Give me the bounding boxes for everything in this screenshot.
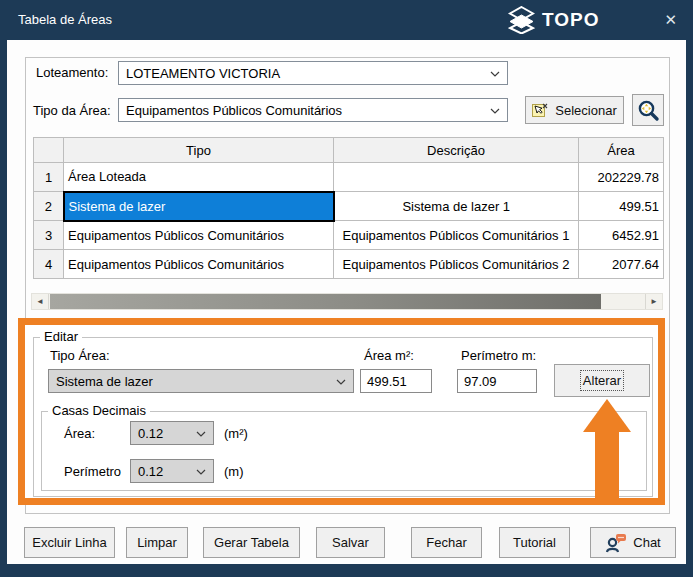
casas-area-value: 0.12: [138, 426, 163, 441]
person-chat-icon: [605, 533, 627, 553]
chevron-down-icon: [490, 71, 500, 77]
tipo-cell-selected[interactable]: Sistema de lazer: [64, 192, 334, 221]
descricao-cell[interactable]: [334, 163, 579, 192]
chevron-down-icon: [196, 469, 206, 475]
chevron-down-icon: [336, 379, 346, 385]
tutorial-button[interactable]: Tutorial: [499, 527, 570, 558]
editar-area-value: 499.51: [367, 374, 407, 389]
fechar-label: Fechar: [426, 535, 466, 550]
table-row[interactable]: 3 Equipamentos Públicos Comunitários Equ…: [34, 221, 664, 250]
col-header-tipo[interactable]: Tipo: [64, 138, 334, 163]
dialog-body: Loteamento: LOTEAMENTO VICTORIA Tipo da …: [7, 40, 686, 564]
salvar-label: Salvar: [332, 535, 369, 550]
tipo-cell[interactable]: Equipamentos Públicos Comunitários: [64, 221, 334, 250]
tipo-area-label: Tipo da Área:: [33, 103, 111, 118]
table-header-row: Tipo Descrição Área: [34, 138, 664, 163]
alterar-button[interactable]: Alterar: [554, 364, 650, 397]
area-cell[interactable]: 499.51: [579, 192, 664, 221]
tipo-area-value: Equipamentos Públicos Comunitários: [126, 103, 342, 118]
selecionar-button[interactable]: Selecionar: [525, 96, 624, 124]
alterar-label: Alterar: [583, 373, 621, 388]
casas-perimetro-unit: (m): [224, 464, 244, 479]
casas-area-label: Área:: [64, 426, 95, 441]
zoom-extents-icon: [637, 99, 660, 122]
descricao-cell[interactable]: Equipamentos Públicos Comunitários 1: [334, 221, 579, 250]
chevron-down-icon: [196, 431, 206, 437]
editar-perimetro-input[interactable]: 97.09: [457, 369, 537, 393]
limpar-label: Limpar: [137, 535, 177, 550]
col-header-descricao[interactable]: Descrição: [334, 138, 579, 163]
descricao-cell[interactable]: Equipamentos Públicos Comunitários 2: [334, 250, 579, 279]
table-row-selected[interactable]: 2 Sistema de lazer Sistema de lazer 1 49…: [34, 192, 664, 221]
fechar-button[interactable]: Fechar: [411, 527, 482, 558]
gerar-tabela-label: Gerar Tabela: [214, 535, 289, 550]
topo-cube-icon: [508, 6, 535, 34]
limpar-button[interactable]: Limpar: [126, 527, 188, 558]
editar-area-label: Área m²:: [364, 348, 414, 363]
chat-button[interactable]: Chat: [590, 527, 676, 558]
row-number-cell[interactable]: 2: [34, 192, 64, 221]
loteamento-value: LOTEAMENTO VICTORIA: [126, 66, 280, 81]
tipo-cell[interactable]: Área Loteada: [64, 163, 334, 192]
casas-perimetro-label: Perímetro: [64, 464, 121, 479]
casas-area-unit: (m²): [224, 426, 248, 441]
select-cursor-icon: [532, 102, 549, 119]
row-number-header: [34, 138, 64, 163]
row-number-cell[interactable]: 1: [34, 163, 64, 192]
table-row[interactable]: 1 Área Loteada 202229.78: [34, 163, 664, 192]
editar-tipo-area-select[interactable]: Sistema de lazer: [48, 369, 354, 393]
close-icon[interactable]: ✕: [664, 0, 677, 40]
tutorial-label: Tutorial: [513, 535, 556, 550]
horizontal-scrollbar[interactable]: ◄ ►: [31, 293, 663, 310]
area-cell[interactable]: 202229.78: [579, 163, 664, 192]
titlebar: Tabela de Áreas TOPO ✕: [0, 0, 693, 40]
topo-logo: TOPO: [508, 0, 600, 40]
tipo-cell[interactable]: Equipamentos Públicos Comunitários: [64, 250, 334, 279]
tipo-area-select[interactable]: Equipamentos Públicos Comunitários: [118, 98, 508, 122]
chevron-down-icon: [490, 108, 500, 114]
gerar-tabela-button[interactable]: Gerar Tabela: [203, 527, 300, 558]
zoom-extents-button[interactable]: [632, 94, 664, 126]
chat-label: Chat: [633, 535, 660, 550]
scroll-right-arrow-icon[interactable]: ►: [645, 294, 662, 309]
areas-table: Tipo Descrição Área 1 Área Loteada 20222…: [33, 137, 664, 279]
editar-group: Editar Tipo Área: Sistema de lazer Área …: [33, 337, 653, 497]
scroll-left-arrow-icon[interactable]: ◄: [32, 294, 49, 309]
col-header-area[interactable]: Área: [579, 138, 664, 163]
loteamento-select[interactable]: LOTEAMENTO VICTORIA: [118, 61, 508, 85]
row-number-cell[interactable]: 4: [34, 250, 64, 279]
row-number-cell[interactable]: 3: [34, 221, 64, 250]
table-row[interactable]: 4 Equipamentos Públicos Comunitários Equ…: [34, 250, 664, 279]
salvar-button[interactable]: Salvar: [316, 527, 385, 558]
descricao-cell[interactable]: Sistema de lazer 1: [334, 192, 579, 221]
casas-decimais-group: Casas Decimais Área: 0.12 (m²) Perímetro…: [41, 411, 647, 491]
area-cell[interactable]: 6452.91: [579, 221, 664, 250]
loteamento-label: Loteamento:: [36, 65, 108, 80]
window-title: Tabela de Áreas: [18, 0, 112, 40]
selecionar-label: Selecionar: [555, 103, 616, 118]
casas-area-select[interactable]: 0.12: [130, 421, 214, 445]
editar-tipo-area-value: Sistema de lazer: [56, 374, 153, 389]
editar-tipo-area-label: Tipo Área:: [50, 348, 110, 363]
area-cell[interactable]: 2077.64: [579, 250, 664, 279]
casas-perimetro-select[interactable]: 0.12: [130, 459, 214, 483]
brand-text: TOPO: [542, 9, 600, 31]
casas-decimais-group-label: Casas Decimais: [48, 403, 150, 418]
excluir-linha-button[interactable]: Excluir Linha: [24, 527, 115, 558]
editar-perimetro-label: Perímetro m:: [461, 348, 536, 363]
casas-perimetro-value: 0.12: [138, 464, 163, 479]
dialog-tabela-de-areas: Tabela de Áreas TOPO ✕ Loteamento: LOTEA…: [0, 0, 693, 577]
scrollbar-thumb[interactable]: [50, 294, 601, 309]
editar-group-label: Editar: [40, 329, 82, 344]
excluir-linha-label: Excluir Linha: [32, 535, 106, 550]
orange-up-arrow-icon: [583, 399, 631, 505]
editar-perimetro-value: 97.09: [464, 374, 497, 389]
editar-area-input[interactable]: 499.51: [360, 369, 432, 393]
